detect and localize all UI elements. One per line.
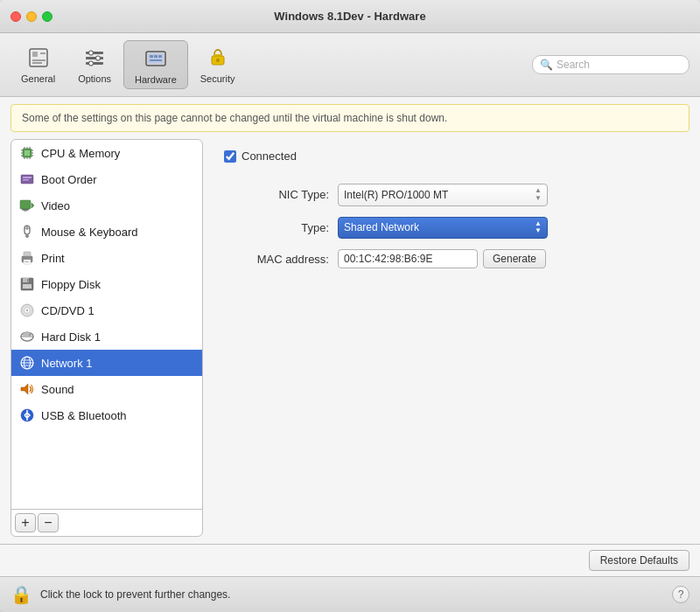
tab-hardware-label: Hardware — [135, 74, 177, 85]
sidebar-item-network-1-label: Network 1 — [41, 357, 93, 370]
svg-rect-36 — [23, 177, 32, 178]
mac-input[interactable] — [338, 249, 478, 268]
svg-rect-20 — [216, 59, 220, 62]
toolbar: General Options — [0, 33, 700, 97]
close-button[interactable] — [10, 11, 21, 22]
svg-rect-40 — [22, 209, 29, 211]
svg-point-9 — [96, 56, 101, 60]
restore-defaults-button[interactable]: Restore Defaults — [589, 550, 690, 571]
tab-general[interactable]: General — [10, 40, 66, 89]
cpu-icon — [18, 144, 36, 162]
bottom-bar: Restore Defaults — [0, 544, 700, 576]
generate-button[interactable]: Generate — [483, 249, 546, 268]
sidebar-item-boot-order-label: Boot Order — [41, 173, 97, 186]
hard-disk-icon — [18, 328, 36, 345]
maximize-button[interactable] — [42, 11, 52, 22]
sidebar-item-mouse-keyboard-label: Mouse & Keyboard — [41, 226, 138, 239]
svg-rect-13 — [150, 55, 153, 58]
detail-panel: Connected NIC Type: Intel(R) PRO/1000 MT… — [214, 139, 690, 537]
connected-label: Connected — [242, 150, 297, 163]
svg-point-61 — [29, 334, 31, 336]
nic-type-arrows: ▲▼ — [535, 187, 542, 203]
main-content: CPU & Memory Boot Order — [0, 139, 700, 544]
sidebar-item-cpu-memory[interactable]: CPU & Memory — [11, 140, 202, 166]
tab-options[interactable]: Options — [67, 40, 122, 89]
svg-rect-52 — [23, 284, 32, 289]
sidebar-item-hard-disk-label: Hard Disk 1 — [41, 330, 101, 344]
sidebar-item-hard-disk[interactable]: Hard Disk 1 — [11, 323, 202, 350]
tab-hardware[interactable]: Hardware — [123, 40, 188, 89]
nic-type-control: Intel(R) PRO/1000 MT ▲▼ — [338, 184, 548, 206]
type-label: Type: — [224, 221, 329, 234]
type-value: Shared Network — [344, 221, 419, 233]
sidebar-item-network-1[interactable]: Network 1 — [11, 350, 202, 376]
type-arrows: ▲▼ — [535, 220, 542, 236]
svg-rect-0 — [30, 49, 47, 66]
sidebar-item-video-label: Video — [41, 199, 70, 212]
status-bar: 🔒 Click the lock to prevent further chan… — [0, 576, 700, 612]
usb-bluetooth-icon — [18, 407, 36, 424]
svg-point-56 — [26, 309, 28, 311]
svg-rect-22 — [24, 150, 30, 156]
sidebar-item-usb-bluetooth-label: USB & Bluetooth — [41, 409, 127, 422]
print-icon — [18, 249, 36, 267]
mac-row: MAC address: Generate — [224, 249, 679, 268]
connected-checkbox[interactable] — [224, 150, 236, 163]
video-icon — [18, 197, 36, 214]
warning-banner: Some of the settings on this page cannot… — [10, 104, 690, 132]
remove-item-button[interactable]: − — [38, 513, 59, 532]
svg-rect-15 — [158, 55, 162, 58]
form-rows: NIC Type: Intel(R) PRO/1000 MT ▲▼ Type: … — [224, 184, 679, 268]
nic-type-row: NIC Type: Intel(R) PRO/1000 MT ▲▼ — [224, 184, 679, 206]
lock-icon[interactable]: 🔒 — [10, 582, 32, 607]
sidebar: CPU & Memory Boot Order — [10, 139, 203, 537]
sidebar-item-cd-dvd[interactable]: CD/DVD 1 — [11, 297, 202, 323]
hardware-icon — [142, 45, 170, 73]
svg-rect-14 — [154, 55, 158, 58]
type-select[interactable]: Shared Network ▲▼ — [338, 217, 548, 240]
sidebar-item-floppy-disk-label: Floppy Disk — [41, 278, 101, 291]
sidebar-item-print-label: Print — [41, 252, 65, 265]
tab-security-label: Security — [200, 73, 235, 84]
floppy-icon — [18, 275, 36, 293]
sidebar-item-sound[interactable]: Sound — [11, 376, 202, 402]
sidebar-item-mouse-keyboard[interactable]: Mouse & Keyboard — [11, 219, 202, 245]
minimize-button[interactable] — [26, 11, 37, 22]
nic-type-label: NIC Type: — [224, 188, 329, 201]
svg-rect-12 — [148, 53, 164, 64]
network-icon — [18, 354, 36, 372]
mouse-keyboard-icon — [18, 223, 36, 240]
sidebar-item-print[interactable]: Print — [11, 245, 202, 271]
sidebar-item-sound-label: Sound — [41, 383, 74, 396]
sidebar-item-boot-order[interactable]: Boot Order — [11, 166, 202, 192]
warning-text: Some of the settings on this page cannot… — [22, 112, 447, 124]
sidebar-item-floppy-disk[interactable]: Floppy Disk — [11, 271, 202, 297]
general-icon — [24, 44, 52, 72]
search-box[interactable]: 🔍 — [532, 55, 690, 74]
sidebar-item-cd-dvd-label: CD/DVD 1 — [41, 304, 94, 317]
sidebar-list: CPU & Memory Boot Order — [11, 140, 202, 509]
tab-security[interactable]: Security — [190, 40, 246, 89]
window-title: Windows 8.1Dev - Hardware — [274, 10, 425, 23]
svg-rect-37 — [23, 179, 29, 181]
type-control: Shared Network ▲▼ — [338, 217, 548, 240]
boot-icon — [18, 170, 36, 188]
svg-rect-16 — [150, 59, 162, 61]
nic-type-select[interactable]: Intel(R) PRO/1000 MT ▲▼ — [338, 184, 548, 206]
security-icon — [204, 44, 232, 72]
search-input[interactable] — [556, 59, 679, 71]
svg-marker-39 — [32, 203, 34, 208]
sidebar-item-cpu-memory-label: CPU & Memory — [41, 147, 120, 160]
toolbar-tabs: General Options — [10, 40, 528, 89]
svg-rect-41 — [24, 211, 27, 212]
title-bar: Windows 8.1Dev - Hardware — [0, 0, 700, 33]
sidebar-item-usb-bluetooth[interactable]: USB & Bluetooth — [11, 402, 202, 428]
svg-point-8 — [89, 51, 94, 55]
svg-rect-49 — [24, 261, 29, 262]
mac-control: Generate — [338, 249, 546, 268]
connected-row: Connected — [224, 150, 679, 163]
sidebar-item-video[interactable]: Video — [11, 192, 202, 219]
add-item-button[interactable]: + — [15, 513, 36, 532]
help-button[interactable]: ? — [672, 586, 690, 603]
main-window: Windows 8.1Dev - Hardware General — [0, 0, 700, 612]
